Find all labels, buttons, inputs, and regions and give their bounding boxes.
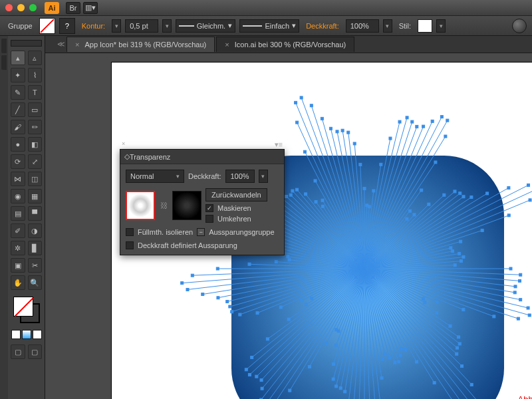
pen-tool[interactable]: ✎	[11, 85, 25, 100]
svg-rect-233	[341, 129, 344, 132]
svg-rect-303	[507, 214, 510, 217]
svg-rect-163	[248, 263, 251, 265]
svg-rect-289	[462, 196, 465, 198]
zoom-tool[interactable]: 🔍	[28, 275, 43, 290]
hand-tool[interactable]: ✋	[11, 275, 25, 290]
svg-line-40	[364, 269, 462, 366]
stroke-swatch[interactable]: ?	[59, 18, 75, 34]
stroke-weight-dd[interactable]	[162, 19, 172, 33]
revert-mask-button[interactable]: Zurückwandeln	[205, 188, 267, 201]
eraser-tool[interactable]: ◧	[28, 137, 43, 152]
style-swatch[interactable]	[418, 19, 432, 33]
screen-mode[interactable]: ▢	[28, 344, 43, 359]
direct-selection-tool[interactable]: ▵	[28, 51, 43, 65]
svg-rect-235	[347, 131, 350, 134]
opacity-field[interactable]: 100%	[346, 19, 379, 33]
tab-close-icon[interactable]: ×	[225, 41, 229, 49]
maximize-icon[interactable]	[29, 4, 37, 11]
line-tool[interactable]: ╱	[11, 102, 25, 117]
bridge-button[interactable]: Br	[66, 2, 80, 14]
panel-opacity-dd[interactable]	[259, 170, 268, 183]
shape-builder-tool[interactable]: ◉	[11, 189, 25, 203]
svg-rect-249	[380, 163, 382, 166]
brush-dd[interactable]: Einfach▾	[239, 19, 299, 33]
invert-checkbox[interactable]	[205, 215, 213, 223]
isolate-checkbox[interactable]	[126, 228, 134, 236]
svg-rect-271	[434, 161, 437, 164]
blend-mode-dd[interactable]: Normal	[126, 170, 184, 183]
blend-tool[interactable]: ◑	[28, 223, 43, 238]
opacity-dd[interactable]	[383, 19, 392, 33]
mask-thumbnail[interactable]	[172, 191, 201, 220]
selection-tool[interactable]: ▴	[11, 51, 25, 65]
clip-checkbox[interactable]	[205, 204, 213, 212]
svg-rect-295	[507, 187, 510, 190]
width-tool[interactable]: ⋈	[11, 172, 25, 186]
slice-tool[interactable]: ✂	[28, 258, 43, 273]
svg-line-52	[364, 269, 434, 383]
stroke-label: Kontur:	[79, 22, 108, 30]
svg-line-258	[364, 126, 417, 269]
svg-rect-73	[380, 376, 383, 379]
svg-rect-89	[344, 390, 346, 393]
stroke-stepper[interactable]	[112, 19, 121, 33]
knockout-checkbox[interactable]: −	[197, 228, 205, 236]
mesh-tool[interactable]: ▤	[11, 206, 25, 221]
type-tool[interactable]: T	[28, 85, 43, 100]
lasso-tool[interactable]: ⌇	[28, 68, 43, 82]
close-icon[interactable]	[5, 4, 13, 11]
minimize-icon[interactable]	[17, 4, 25, 11]
svg-rect-105	[325, 342, 328, 344]
symbol-sprayer-tool[interactable]: ✲	[11, 241, 25, 255]
rotate-tool[interactable]: ⟳	[11, 154, 25, 169]
pencil-tool[interactable]: ✏	[28, 120, 43, 134]
dock-tab[interactable]	[1, 39, 7, 53]
perspective-tool[interactable]: ▦	[28, 189, 43, 203]
svg-rect-315	[462, 255, 465, 258]
gradient-mode[interactable]	[22, 330, 31, 339]
gradient-tool[interactable]: ▀	[28, 206, 43, 221]
color-mode[interactable]	[11, 330, 21, 339]
panel-close-icon[interactable]: ×	[122, 140, 125, 147]
svg-rect-59	[400, 348, 403, 350]
artboard-tool[interactable]: ▣	[11, 258, 25, 273]
blob-brush-tool[interactable]: ●	[11, 137, 25, 152]
tab-nav-icon[interactable]: ≪	[57, 40, 65, 49]
eyedropper-tool[interactable]: ✐	[11, 223, 25, 238]
panel-opacity-field[interactable]	[225, 170, 255, 183]
mask-link-icon[interactable]: ⛓	[159, 201, 168, 209]
document-setup-icon[interactable]	[512, 19, 527, 33]
panel-titlebar[interactable]: ◇ Transparenz	[120, 150, 284, 164]
svg-rect-221	[295, 101, 297, 104]
stroke-profile-dd[interactable]: Gleichm.▾	[176, 19, 235, 33]
panel-menu-icon[interactable]: ▾≡	[275, 140, 283, 149]
fill-swatch[interactable]	[39, 18, 55, 34]
fill-stroke-selector[interactable]	[13, 297, 40, 323]
none-mode[interactable]	[33, 330, 42, 339]
style-dd[interactable]	[436, 19, 446, 33]
artwork-thumbnail[interactable]	[126, 191, 155, 220]
dock-tab[interactable]	[1, 55, 7, 70]
draw-mode[interactable]: ▢	[11, 344, 25, 359]
layout-menu-button[interactable]: ▥▾	[83, 2, 98, 14]
tab-close-icon[interactable]: ×	[75, 41, 79, 49]
svg-rect-25	[422, 297, 425, 300]
svg-rect-5	[518, 279, 521, 282]
stroke-weight-field[interactable]: 0,5 pt	[125, 19, 158, 33]
svg-rect-157	[181, 282, 184, 285]
tool-panel-grip[interactable]	[11, 40, 42, 47]
graph-tool[interactable]: ▊	[28, 241, 43, 255]
svg-rect-309	[450, 247, 452, 249]
document-tab-active[interactable]: ×App Icon* bei 319 % (RGB/Vorschau)	[66, 37, 215, 52]
magic-wand-tool[interactable]: ✦	[11, 68, 25, 82]
paintbrush-tool[interactable]: 🖌	[11, 120, 25, 134]
rectangle-tool[interactable]: ▭	[28, 102, 43, 117]
document-tab[interactable]: ×Icon.ai bei 300 % (RGB/Vorschau)	[216, 37, 354, 52]
free-transform-tool[interactable]: ◫	[28, 172, 43, 186]
svg-rect-69	[384, 353, 386, 356]
opacity-defines-checkbox[interactable]	[126, 241, 134, 249]
scale-tool[interactable]: ⤢	[28, 154, 43, 169]
control-bar: Gruppe ? Kontur: 0,5 pt Gleichm.▾ Einfac…	[0, 16, 532, 36]
svg-line-280	[364, 204, 429, 269]
svg-rect-3	[519, 273, 522, 276]
